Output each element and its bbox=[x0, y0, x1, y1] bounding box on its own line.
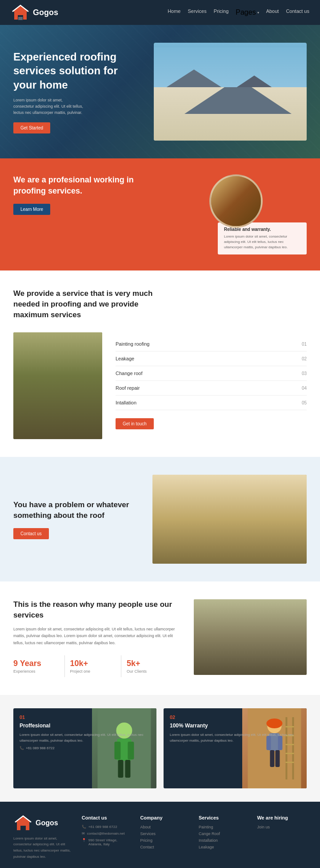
svg-point-63 bbox=[226, 618, 237, 630]
hero-image bbox=[154, 43, 307, 141]
hero-content: Experienced roofing services solution fo… bbox=[13, 50, 140, 133]
stat-num: 9 Years bbox=[13, 659, 59, 668]
footer-link-cange-roof[interactable]: Cange Roof bbox=[199, 832, 248, 836]
footer: Gogos Lorem ipsum dolor sit amet, consec… bbox=[0, 802, 320, 868]
footer-link-installation[interactable]: Installation bbox=[199, 838, 248, 843]
footer-logo-text: Gogos bbox=[36, 819, 58, 827]
nav-services[interactable]: Services bbox=[188, 8, 206, 16]
svg-rect-66 bbox=[230, 644, 234, 656]
footer-address: 📍 990 Street Village, Atalanla, Italy bbox=[82, 838, 132, 846]
contact-us-button[interactable]: Contact us bbox=[13, 528, 49, 539]
svg-rect-2 bbox=[154, 48, 307, 136]
svg-rect-89 bbox=[286, 753, 294, 754]
svg-rect-34 bbox=[13, 350, 53, 361]
roof-worker-illustration bbox=[152, 475, 307, 564]
phone-icon: 📞 bbox=[20, 746, 24, 750]
svg-rect-31 bbox=[62, 396, 67, 409]
svg-point-16 bbox=[213, 178, 263, 228]
why-image bbox=[194, 599, 307, 675]
services-section: We provide a service that is very much n… bbox=[0, 270, 320, 457]
svg-rect-8 bbox=[234, 92, 274, 112]
svg-rect-74 bbox=[118, 760, 124, 778]
chevron-down-icon: ▾ bbox=[257, 11, 259, 15]
nav-about[interactable]: About bbox=[266, 8, 279, 16]
svg-rect-10 bbox=[246, 99, 254, 112]
svg-marker-20 bbox=[216, 185, 260, 201]
svg-rect-42 bbox=[159, 475, 301, 564]
svg-rect-21 bbox=[231, 210, 244, 228]
footer-phone: 📞 +61 089 988 6722 bbox=[82, 825, 132, 829]
cards-section: 01 Proffesional Lorem ipsum dolor sit am… bbox=[0, 695, 320, 802]
nav-home[interactable]: Home bbox=[168, 8, 180, 16]
footer-desc: Lorem ipsum dolor sit amet, consectetur … bbox=[13, 836, 73, 860]
phone-icon: 📞 bbox=[82, 825, 86, 829]
service-item: Painting roofing 01 bbox=[116, 337, 307, 351]
hero-section: Experienced roofing services solution fo… bbox=[0, 25, 320, 158]
svg-rect-83 bbox=[276, 750, 280, 767]
svg-rect-25 bbox=[18, 363, 52, 366]
card-content: 02 100% Warranty Lorem ipsum dolor sit a… bbox=[164, 708, 307, 750]
svg-rect-67 bbox=[235, 644, 238, 656]
footer-link-leakage[interactable]: Leakage bbox=[199, 845, 248, 849]
get-started-button[interactable]: Get Started bbox=[13, 122, 50, 133]
footer-company-col: Company About Services Pricing Contact bbox=[140, 815, 190, 860]
card-title: Proffesional bbox=[20, 723, 150, 729]
nav-pricing[interactable]: Pricing bbox=[214, 8, 229, 16]
footer-logo-col: Gogos Lorem ipsum dolor sit amet, consec… bbox=[13, 815, 73, 860]
why-illustration bbox=[194, 599, 265, 675]
service-name: Roof repair bbox=[116, 385, 140, 391]
svg-rect-51 bbox=[225, 509, 234, 525]
svg-rect-47 bbox=[279, 506, 282, 559]
svg-marker-91 bbox=[15, 816, 31, 830]
svg-rect-7 bbox=[194, 96, 206, 106]
logo[interactable]: Gogos bbox=[11, 4, 58, 20]
nav-pages[interactable]: Pages ▾ bbox=[236, 8, 259, 16]
service-num: 01 bbox=[302, 342, 307, 347]
svg-rect-14 bbox=[279, 102, 281, 110]
warranty-text: Lorem ipsum dolor sit amet, consectetur … bbox=[224, 234, 300, 250]
svg-rect-26 bbox=[18, 390, 52, 392]
svg-rect-19 bbox=[220, 198, 256, 218]
card-num: 01 bbox=[20, 715, 150, 720]
problem-section: You have a problem or whatever something… bbox=[0, 457, 320, 581]
worker-illustration bbox=[13, 332, 102, 439]
footer-link-contact[interactable]: Contact bbox=[140, 845, 190, 849]
footer-link-services[interactable]: Services bbox=[140, 832, 190, 836]
service-item: Roof repair 04 bbox=[116, 381, 307, 396]
circle-illustration bbox=[211, 176, 263, 228]
footer-top: Gogos Lorem ipsum dolor sit amet, consec… bbox=[13, 815, 307, 860]
svg-rect-11 bbox=[258, 98, 268, 107]
svg-rect-64 bbox=[227, 630, 236, 645]
red-right: Reliable and warranty. Lorem ipsum dolor… bbox=[165, 174, 307, 254]
red-title: We are a profesional working in proofing… bbox=[13, 174, 155, 197]
footer-hiring-title: We are hiring bbox=[257, 815, 307, 820]
stat-clients: 5k+ Our Clients bbox=[127, 655, 178, 677]
card-content: 01 Proffesional Lorem ipsum dolor sit am… bbox=[13, 708, 156, 757]
stat-label: Project one bbox=[70, 669, 116, 674]
footer-hiring-col: We are hiring Join us bbox=[257, 815, 307, 860]
red-section: We are a profesional working in proofing… bbox=[0, 158, 320, 270]
svg-rect-32 bbox=[68, 396, 72, 409]
footer-link-painting[interactable]: Painting bbox=[199, 825, 248, 829]
services-image bbox=[13, 332, 102, 439]
footer-link-about[interactable]: About bbox=[140, 825, 190, 829]
hero-desc: Lorem ipsum dolor sit amet, consectetur … bbox=[13, 97, 84, 116]
footer-link-pricing[interactable]: Pricing bbox=[140, 838, 190, 843]
service-name: Painting roofing bbox=[116, 341, 149, 347]
why-title: This is the reason why many people use o… bbox=[13, 599, 183, 621]
svg-rect-61 bbox=[194, 646, 265, 650]
learn-more-button[interactable]: Learn More bbox=[13, 204, 50, 215]
hero-house-visual bbox=[154, 43, 307, 141]
svg-point-27 bbox=[60, 366, 73, 379]
svg-rect-48 bbox=[183, 510, 284, 514]
card-text: Lorem ipsum dolor sit amet, consectetur … bbox=[20, 732, 150, 744]
nav-contact[interactable]: Contact us bbox=[286, 8, 309, 16]
svg-rect-55 bbox=[231, 524, 234, 536]
why-section: This is the reason why many people use o… bbox=[0, 581, 320, 694]
svg-rect-17 bbox=[211, 176, 263, 228]
service-num: 03 bbox=[302, 371, 307, 376]
footer-link-join[interactable]: Join us bbox=[257, 825, 307, 829]
stat-projects: 10k+ Project one bbox=[70, 655, 122, 677]
service-name: Intallation bbox=[116, 400, 136, 405]
get-in-touch-button[interactable]: Get in touch bbox=[116, 418, 154, 429]
